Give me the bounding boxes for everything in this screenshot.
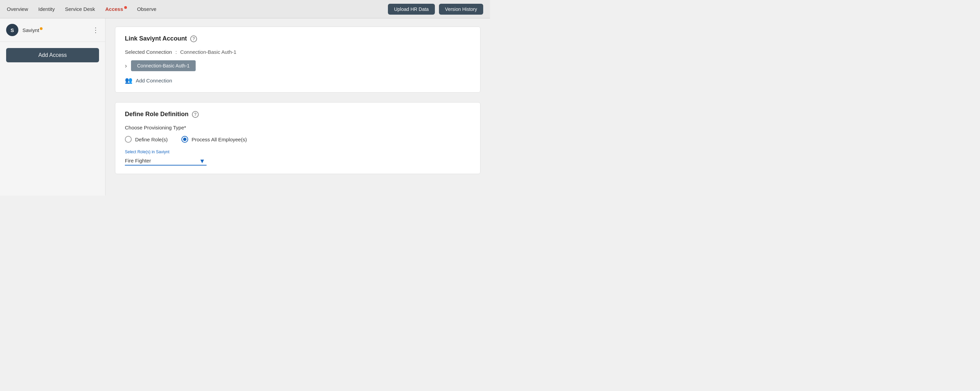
- radio-process-all-circle: [181, 136, 188, 143]
- nav-item-overview[interactable]: Overview: [7, 5, 28, 13]
- kebab-menu-icon[interactable]: ⋮: [92, 26, 99, 34]
- nav-actions: Upload HR Data Version History: [388, 4, 483, 14]
- top-nav: Overview Identity Service Desk Access Ob…: [0, 0, 490, 18]
- nav-item-access[interactable]: Access: [105, 5, 127, 13]
- select-roles-label: Select Role(s) in Saviynt: [125, 150, 471, 154]
- role-select[interactable]: Fire Fighter Admin Analyst Manager: [125, 156, 207, 166]
- add-connection-row[interactable]: 👥 Add Connection: [125, 77, 471, 84]
- link-saviynt-help-icon[interactable]: ?: [190, 35, 197, 42]
- add-connection-label[interactable]: Add Connection: [136, 78, 172, 83]
- nav-item-identity[interactable]: Identity: [38, 5, 55, 13]
- provisioning-type-label: Choose Provisioning Type*: [125, 124, 471, 131]
- add-person-icon: 👥: [125, 77, 132, 84]
- connection-tag[interactable]: Connection-Basic Auth-1: [131, 60, 196, 71]
- nav-item-observe[interactable]: Observe: [137, 5, 156, 13]
- main-layout: S Saviynt ⋮ Add Access Link Saviynt Acco…: [0, 18, 490, 196]
- radio-process-all[interactable]: Process All Employee(s): [181, 136, 247, 143]
- role-definition-title: Define Role Definition ?: [125, 111, 471, 118]
- selected-connection-label: Selected Connection: [125, 49, 172, 55]
- nav-items: Overview Identity Service Desk Access Ob…: [7, 5, 388, 13]
- selected-connection-value: Connection-Basic Auth-1: [180, 49, 237, 55]
- radio-group: Define Role(s) Process All Employee(s): [125, 136, 471, 143]
- sidebar-username: Saviynt: [22, 27, 43, 33]
- chevron-right-icon[interactable]: ›: [125, 62, 127, 69]
- radio-process-all-label: Process All Employee(s): [192, 137, 247, 142]
- radio-define-roles-circle: [125, 136, 132, 143]
- sidebar: S Saviynt ⋮ Add Access: [0, 18, 105, 196]
- role-select-wrapper: Fire Fighter Admin Analyst Manager ▼: [125, 156, 207, 166]
- link-saviynt-section: Link Saviynt Account ? Selected Connecti…: [115, 27, 480, 93]
- main-content: Link Saviynt Account ? Selected Connecti…: [105, 18, 490, 196]
- avatar: S: [6, 24, 18, 36]
- role-definition-section: Define Role Definition ? Choose Provisio…: [115, 102, 480, 174]
- radio-define-roles[interactable]: Define Role(s): [125, 136, 168, 143]
- version-history-button[interactable]: Version History: [439, 4, 483, 14]
- role-definition-help-icon[interactable]: ?: [192, 111, 199, 118]
- nav-item-service-desk[interactable]: Service Desk: [65, 5, 95, 13]
- sidebar-user-row: S Saviynt ⋮: [0, 18, 105, 42]
- radio-define-roles-label: Define Role(s): [135, 137, 168, 142]
- upload-hr-data-button[interactable]: Upload HR Data: [388, 4, 435, 14]
- add-access-button[interactable]: Add Access: [6, 48, 99, 62]
- link-saviynt-title: Link Saviynt Account ?: [125, 35, 471, 42]
- connection-tags-row: › Connection-Basic Auth-1: [125, 60, 471, 71]
- selected-connection-separator: :: [175, 49, 177, 55]
- selected-connection-row: Selected Connection : Connection-Basic A…: [125, 49, 471, 55]
